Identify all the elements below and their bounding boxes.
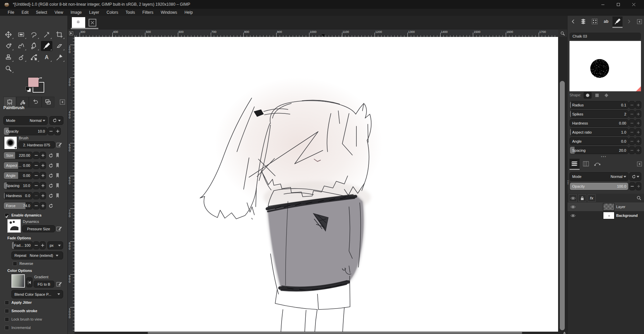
image-tab[interactable] xyxy=(71,17,86,28)
size-link-icon[interactable] xyxy=(55,152,60,159)
menu-file[interactable]: File xyxy=(4,9,18,15)
angle-increment-button[interactable] xyxy=(40,172,46,179)
shape-square-button[interactable] xyxy=(593,92,601,99)
layer-name[interactable]: Background xyxy=(616,213,638,218)
paths-tool[interactable] xyxy=(28,52,40,62)
spacing-param-decrement-button[interactable] xyxy=(629,146,635,154)
opacity-decrement-button[interactable] xyxy=(48,127,54,135)
hardness-param-increment-button[interactable] xyxy=(635,119,641,127)
lock-column-icon[interactable] xyxy=(578,194,586,202)
dynamics-thumbnail[interactable] xyxy=(7,219,21,233)
menu-view[interactable]: View xyxy=(51,9,67,15)
enable-dynamics-checkbox[interactable] xyxy=(5,213,9,218)
angle-link-icon[interactable] xyxy=(55,172,60,179)
angle-slider[interactable]: Angle0.00 xyxy=(3,172,33,179)
fuzzy-select-tool[interactable] xyxy=(41,30,52,40)
dock-menu-icon[interactable] xyxy=(60,99,65,105)
rectangle-select-tool[interactable] xyxy=(15,30,27,40)
gradient-edit-icon[interactable] xyxy=(56,281,62,287)
menu-windows[interactable]: Windows xyxy=(157,9,181,15)
mode-reset-button[interactable] xyxy=(49,116,63,125)
crop-tool[interactable] xyxy=(54,30,65,40)
dock-tab-fonts-icon[interactable]: ab xyxy=(601,16,611,27)
spacing-param-slider[interactable]: Spacing20.0 xyxy=(569,146,629,154)
layer-visibility-icon[interactable] xyxy=(569,205,577,209)
gradient-select-button[interactable]: FG to B xyxy=(34,281,54,288)
close-view-icon[interactable] xyxy=(89,19,96,27)
effects-column-icon[interactable]: fx xyxy=(588,194,596,202)
move-tool[interactable] xyxy=(3,30,14,40)
dock-tab-scroll-left-icon[interactable] xyxy=(568,16,578,27)
size-slider[interactable]: Size220.00 xyxy=(3,152,33,159)
spacing-link-icon[interactable] xyxy=(55,182,60,189)
brush-thumbnail[interactable] xyxy=(4,136,17,149)
aspect-link-icon[interactable] xyxy=(55,162,60,169)
reverse-checkbox[interactable] xyxy=(13,261,17,266)
bucket-fill-tool[interactable] xyxy=(28,41,40,51)
zoom-when-resized-icon[interactable] xyxy=(558,30,567,37)
apply-jitter-checkbox[interactable] xyxy=(5,300,9,305)
fade-increment-button[interactable] xyxy=(40,241,46,249)
aspect-ratio-param-slider[interactable]: Aspect ratio1.0 xyxy=(569,128,629,136)
spacing-param-increment-button[interactable] xyxy=(635,146,641,154)
spikes-increment-button[interactable] xyxy=(635,110,641,118)
horizontal-scrollbar[interactable] xyxy=(75,332,558,334)
transform-tool[interactable] xyxy=(3,41,14,51)
layer-opacity-slider[interactable]: Opacity 100.0 xyxy=(569,182,629,190)
opacity-slider[interactable]: Opacity 10.0 xyxy=(3,127,47,135)
hardness-param-slider[interactable]: Hardness0.00 xyxy=(569,119,629,127)
resize-grip-icon[interactable] xyxy=(563,332,566,334)
dock-tab-brushes-icon[interactable] xyxy=(612,16,623,27)
horizontal-ruler[interactable]: 3004005006007008009001000110012001300140… xyxy=(75,30,558,37)
spikes-slider[interactable]: Spikes2 xyxy=(569,110,629,118)
angle-reset-icon[interactable] xyxy=(47,172,54,179)
hardness-param-decrement-button[interactable] xyxy=(629,119,635,127)
hardness-increment-button[interactable] xyxy=(40,192,46,199)
blend-color-space-dropdown[interactable]: Blend Color Space P... xyxy=(11,290,63,298)
incremental-checkbox[interactable] xyxy=(5,326,9,330)
fade-unit-dropdown[interactable]: px xyxy=(47,241,63,249)
dynamics-edit-icon[interactable] xyxy=(56,226,62,232)
horizontal-scrollbar-thumb[interactable] xyxy=(148,332,522,334)
brush-edit-icon[interactable] xyxy=(56,142,62,148)
angle-decrement-button[interactable] xyxy=(33,172,39,179)
minimize-button[interactable] xyxy=(595,0,610,9)
menu-layer[interactable]: Layer xyxy=(86,9,103,15)
foreground-color-swatch[interactable] xyxy=(28,77,39,87)
dock-splitter-handle[interactable]: ••• xyxy=(601,155,607,158)
tab-images[interactable] xyxy=(42,97,54,107)
close-button[interactable] xyxy=(626,0,641,9)
brush-select-button[interactable]: 2. Hardness 075 xyxy=(18,141,55,148)
force-reset-icon[interactable] xyxy=(47,202,54,209)
menu-select[interactable]: Select xyxy=(32,9,51,15)
hardness-slider[interactable]: Hardness0.0 xyxy=(3,192,33,199)
shape-diamond-button[interactable] xyxy=(602,92,610,99)
menu-edit[interactable]: Edit xyxy=(18,9,32,15)
aspect-param-increment-button[interactable] xyxy=(635,128,641,136)
aspect-decrement-button[interactable] xyxy=(33,162,39,169)
color-picker-tool[interactable] xyxy=(54,52,65,62)
menu-filters[interactable]: Filters xyxy=(139,9,157,15)
repeat-dropdown[interactable]: RepeatNone (extend) xyxy=(11,251,63,259)
force-slider[interactable]: Force74.0 xyxy=(3,202,33,209)
default-colors-icon[interactable] xyxy=(26,87,29,90)
dock-tab-layers-stack-icon[interactable] xyxy=(578,16,588,27)
layers-dock-menu-icon[interactable] xyxy=(634,159,644,169)
dock-drag-handle[interactable]: ••• xyxy=(566,180,570,185)
menu-help[interactable]: Help xyxy=(181,9,197,15)
angle-param-increment-button[interactable] xyxy=(635,137,641,145)
eraser-tool[interactable] xyxy=(54,41,65,51)
smudge-tool[interactable] xyxy=(15,52,27,62)
layer-search-icon[interactable] xyxy=(636,195,642,201)
layer-name[interactable]: Layer xyxy=(616,205,626,209)
opacity-increment-button[interactable] xyxy=(54,127,61,135)
tab-paths[interactable] xyxy=(592,159,602,169)
vertical-scrollbar[interactable] xyxy=(558,37,567,332)
swap-colors-icon[interactable] xyxy=(38,77,43,81)
visibility-column-icon[interactable] xyxy=(569,194,577,202)
vertical-ruler[interactable]: 2 0 03 0 04 0 05 0 06 0 07 0 08 0 09 0 0… xyxy=(68,37,75,332)
tab-undo-history[interactable] xyxy=(29,97,42,107)
dock-menu-icon[interactable] xyxy=(634,16,644,27)
vertical-scrollbar-thumb[interactable] xyxy=(559,81,565,331)
spacing-increment-button[interactable] xyxy=(40,182,46,189)
